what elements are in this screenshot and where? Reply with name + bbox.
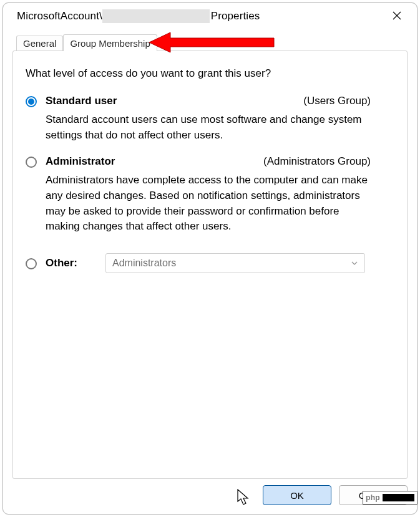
button-label: OK [290,490,304,501]
other-group-combobox[interactable]: Administrators [105,253,365,273]
tab-panel: What level of access do you want to gran… [12,51,408,479]
title-redacted [102,9,210,23]
titlebar: MicrosoftAccount\ Properties [3,3,417,29]
tab-label: General [23,38,56,49]
dialog-body: General Group Membership What level of a… [3,29,417,514]
combo-value: Administrators [112,258,176,269]
title-suffix: Properties [211,10,260,22]
properties-dialog: MicrosoftAccount\ Properties General Gro… [2,2,418,515]
option-group: (Users Group) [303,95,371,107]
watermark-tail [383,494,414,501]
option-group: (Administrators Group) [263,155,371,168]
radio-dot-icon [28,99,34,105]
option-standard: Standard user (Users Group) Standard acc… [26,95,394,143]
title-prefix: MicrosoftAccount\ [17,10,102,22]
dialog-footer: OK Cancel [12,485,408,505]
ok-button[interactable]: OK [263,485,331,505]
option-name: Standard user [46,95,117,107]
close-icon [392,11,402,22]
option-desc: Administrators have complete access to t… [46,173,370,234]
radio-standard[interactable] [26,96,37,107]
option-name: Other: [46,257,105,269]
close-button[interactable] [383,6,411,26]
chevron-down-icon [351,259,358,267]
tab-group-membership[interactable]: Group Membership [63,34,157,51]
radio-admin[interactable] [26,157,37,168]
radio-other[interactable] [26,258,37,269]
tabstrip: General Group Membership [12,29,408,51]
tab-general[interactable]: General [16,36,63,51]
option-admin: Administrator (Administrators Group) Adm… [26,155,394,234]
watermark-text: php [366,493,380,502]
option-name: Administrator [46,155,115,168]
watermark: php [363,491,418,505]
option-other: Other: Administrators [26,253,394,273]
panel-content: What level of access do you want to gran… [13,51,407,478]
tab-label: Group Membership [70,38,150,49]
access-prompt: What level of access do you want to gran… [26,67,394,80]
option-desc: Standard account users can use most soft… [46,112,370,143]
